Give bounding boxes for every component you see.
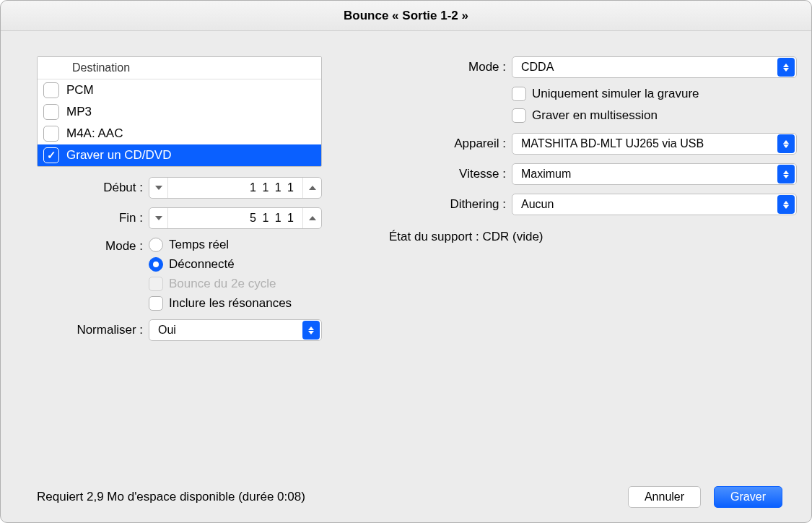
start-stepper[interactable]: 1 1 1 1: [149, 177, 322, 199]
svg-marker-5: [308, 331, 314, 334]
dialog-footer: Requiert 2,9 Mo d'espace disponible (dur…: [37, 486, 782, 508]
svg-marker-2: [155, 216, 162, 220]
checkbox-multisession[interactable]: Graver en multisession: [512, 108, 797, 123]
dither-row: Dithering : Aucun: [372, 194, 797, 215]
mode-label-right: Mode :: [372, 60, 512, 74]
right-column: Mode : CDDA Uniquement simuler la gravur…: [372, 56, 797, 522]
checkbox-label: Inclure les résonances: [169, 296, 292, 311]
mode-row-right: Mode : CDDA: [372, 56, 797, 78]
svg-marker-1: [309, 186, 316, 190]
mode-select[interactable]: CDDA: [512, 56, 797, 78]
end-label: Fin :: [37, 211, 149, 225]
checkbox-label: Graver en multisession: [532, 108, 658, 123]
checkbox-pcm[interactable]: [43, 82, 59, 98]
left-column: Destination PCM MP3 M4A: AAC Graver un C…: [37, 56, 322, 522]
destination-row-pcm[interactable]: PCM: [38, 79, 321, 101]
device-select[interactable]: MATSHITA BD-MLT UJ265 via USB: [512, 133, 797, 155]
normalize-select[interactable]: Oui: [149, 319, 322, 341]
updown-icon: [777, 165, 795, 183]
updown-icon: [777, 58, 795, 77]
space-info: Requiert 2,9 Mo d'espace disponible (dur…: [37, 490, 305, 504]
svg-marker-9: [783, 144, 789, 148]
updown-icon: [777, 195, 795, 214]
svg-marker-13: [783, 205, 789, 209]
radio-offline[interactable]: Déconnecté: [149, 257, 292, 272]
device-label: Appareil :: [372, 137, 512, 151]
destination-label: M4A: AAC: [66, 126, 123, 141]
normalize-row: Normaliser : Oui: [37, 319, 322, 341]
updown-icon: [302, 321, 320, 340]
checkbox-mp3[interactable]: [43, 104, 59, 120]
end-row: Fin : 5 1 1 1: [37, 207, 322, 229]
checkbox-label: Uniquement simuler la gravure: [532, 87, 699, 101]
destination-row-m4a[interactable]: M4A: AAC: [38, 123, 321, 144]
checkbox-bounce2nd: Bounce du 2e cycle: [149, 277, 292, 291]
destination-row-mp3[interactable]: MP3: [38, 101, 321, 123]
radio-label: Déconnecté: [169, 257, 235, 272]
chevron-up-icon[interactable]: [302, 178, 321, 198]
end-stepper[interactable]: 5 1 1 1: [149, 207, 322, 229]
speed-value: Maximum: [521, 168, 777, 181]
footer-buttons: Annuler Graver: [628, 486, 782, 508]
normalize-value: Oui: [158, 324, 302, 337]
checkbox-icon[interactable]: [512, 108, 526, 123]
checkbox-label: Bounce du 2e cycle: [169, 277, 276, 291]
destination-header: Destination: [38, 57, 321, 79]
svg-marker-12: [783, 201, 789, 204]
mode-row-left: Mode : Temps réel Déconnecté Bounce du 2…: [37, 238, 322, 311]
dialog-content: Destination PCM MP3 M4A: AAC Graver un C…: [1, 31, 811, 522]
speed-row: Vitesse : Maximum: [372, 163, 797, 185]
svg-marker-11: [783, 175, 789, 178]
svg-marker-3: [309, 216, 316, 220]
radio-icon[interactable]: [149, 257, 163, 272]
destination-label: MP3: [66, 105, 92, 119]
chevron-down-icon[interactable]: [149, 208, 168, 228]
normalize-label: Normaliser :: [37, 323, 149, 337]
checkbox-icon[interactable]: [512, 87, 526, 101]
destination-table: Destination PCM MP3 M4A: AAC Graver un C…: [37, 56, 322, 167]
device-row: Appareil : MATSHITA BD-MLT UJ265 via USB: [372, 133, 797, 155]
mode-value: CDDA: [521, 61, 777, 74]
svg-marker-6: [783, 64, 789, 67]
chevron-up-icon[interactable]: [302, 208, 321, 228]
updown-icon: [777, 134, 795, 153]
cancel-button[interactable]: Annuler: [628, 486, 701, 508]
radio-icon[interactable]: [149, 238, 163, 252]
bounce-dialog: Bounce « Sortie 1-2 » Destination PCM MP…: [0, 0, 812, 523]
checkbox-simulate[interactable]: Uniquement simuler la gravure: [512, 87, 797, 101]
start-label: Début :: [37, 181, 149, 195]
mode-radio-group: Temps réel Déconnecté Bounce du 2e cycle…: [149, 238, 292, 311]
media-status: État du support : CDR (vide): [389, 230, 797, 244]
burn-button[interactable]: Graver: [714, 486, 782, 508]
dither-value: Aucun: [521, 198, 777, 211]
start-value[interactable]: 1 1 1 1: [168, 181, 302, 194]
dither-select[interactable]: Aucun: [512, 194, 797, 215]
device-value: MATSHITA BD-MLT UJ265 via USB: [521, 137, 777, 150]
svg-marker-10: [783, 170, 789, 174]
speed-select[interactable]: Maximum: [512, 163, 797, 185]
start-row: Début : 1 1 1 1: [37, 177, 322, 199]
dialog-title: Bounce « Sortie 1-2 »: [1, 1, 811, 31]
svg-marker-0: [155, 186, 162, 190]
destination-label: PCM: [66, 83, 94, 98]
mode-label-left: Mode :: [37, 238, 149, 254]
chevron-down-icon[interactable]: [149, 178, 168, 198]
speed-label: Vitesse :: [372, 167, 512, 181]
checkbox-burn[interactable]: [43, 147, 59, 163]
checkbox-icon: [149, 277, 163, 291]
checkbox-m4a[interactable]: [43, 126, 59, 142]
dither-label: Dithering :: [372, 197, 512, 212]
checkbox-icon[interactable]: [149, 296, 163, 311]
radio-realtime[interactable]: Temps réel: [149, 238, 292, 252]
svg-marker-7: [783, 68, 789, 72]
end-value[interactable]: 5 1 1 1: [168, 212, 302, 225]
svg-marker-4: [308, 327, 314, 330]
radio-label: Temps réel: [169, 238, 229, 252]
destination-label: Graver un CD/DVD: [66, 148, 171, 163]
checkbox-include-tails[interactable]: Inclure les résonances: [149, 296, 292, 311]
svg-marker-8: [783, 140, 789, 144]
destination-row-burn[interactable]: Graver un CD/DVD: [38, 144, 321, 166]
